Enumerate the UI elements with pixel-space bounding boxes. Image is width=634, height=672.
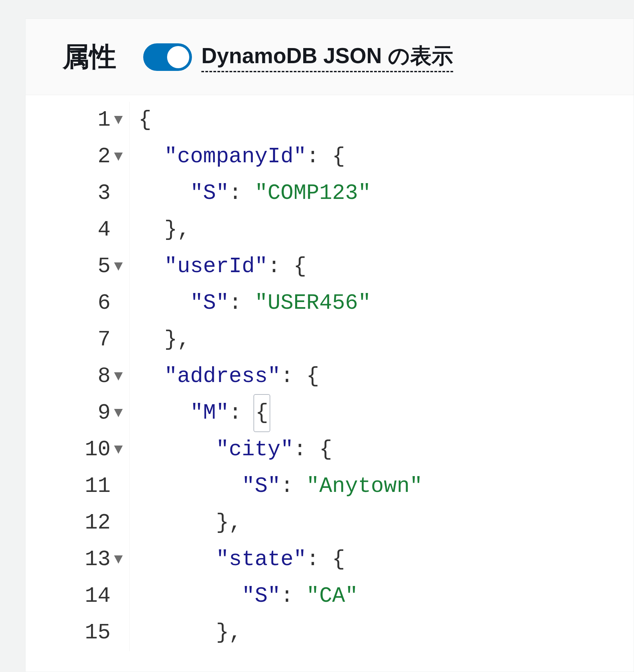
gutter-line: 8▼ — [26, 358, 127, 395]
json-view-toggle-group: DynamoDB JSON の表示 — [143, 42, 453, 72]
code-token: }, — [164, 321, 190, 358]
code-line[interactable]: { — [139, 102, 423, 139]
json-editor[interactable]: 1▼2▼345▼678▼9▼10▼111213▼1415 { "companyI… — [26, 95, 634, 651]
line-number: 6 — [98, 285, 111, 321]
fold-marker-icon[interactable]: ▼ — [114, 364, 123, 389]
code-line[interactable]: "S": "CA" — [139, 578, 423, 615]
code-token: "state" — [216, 541, 306, 578]
code-token: : — [280, 468, 306, 505]
code-token: "Anytown" — [306, 468, 423, 505]
gutter-line: 7 — [26, 321, 127, 358]
gutter-line: 10▼ — [26, 431, 127, 468]
code-line[interactable]: }, — [139, 615, 423, 651]
line-number: 14 — [85, 578, 111, 615]
line-number: 15 — [85, 615, 111, 651]
json-view-toggle-label: DynamoDB JSON の表示 — [202, 42, 453, 72]
code-token: "CA" — [306, 578, 358, 615]
code-token: "COMP123" — [255, 175, 371, 212]
code-token: { — [254, 394, 270, 432]
code-token: "companyId" — [164, 139, 306, 175]
code-token: "userId" — [164, 248, 267, 285]
line-number: 7 — [98, 321, 111, 358]
fold-marker-icon[interactable]: ▼ — [114, 254, 123, 279]
line-number: 2 — [98, 139, 111, 175]
fold-marker-icon[interactable]: ▼ — [114, 107, 123, 133]
gutter-line: 6 — [26, 285, 127, 321]
code-token: : — [229, 285, 255, 321]
json-view-toggle[interactable] — [143, 43, 192, 71]
code-token: : — [229, 395, 255, 431]
code-line[interactable]: }, — [139, 212, 423, 248]
code-token: { — [139, 102, 151, 139]
code-line[interactable]: "companyId": { — [139, 139, 423, 175]
gutter-line: 13▼ — [26, 541, 127, 578]
code-token: : { — [306, 541, 345, 578]
code-token: }, — [216, 615, 242, 651]
code-token: }, — [216, 505, 242, 541]
gutter-line: 11 — [26, 468, 127, 505]
line-number: 5 — [98, 248, 111, 285]
code-line[interactable]: "S": "Anytown" — [139, 468, 423, 505]
gutter-line: 12 — [26, 505, 127, 541]
code-token: : { — [267, 248, 306, 285]
fold-marker-icon[interactable]: ▼ — [114, 547, 123, 572]
code-token: : { — [293, 431, 332, 468]
code-line[interactable]: "M": { — [139, 395, 423, 431]
line-number: 12 — [85, 505, 111, 541]
gutter-line: 1▼ — [26, 102, 127, 139]
code-token: "S" — [190, 285, 229, 321]
gutter-line: 5▼ — [26, 248, 127, 285]
line-number: 3 — [98, 175, 111, 212]
toggle-thumb — [167, 46, 189, 68]
gutter-line: 4 — [26, 212, 127, 248]
editor-code[interactable]: { "companyId": { "S": "COMP123" }, "user… — [130, 102, 423, 651]
code-token: }, — [164, 212, 190, 248]
fold-marker-icon[interactable]: ▼ — [114, 144, 123, 169]
code-line[interactable]: }, — [139, 321, 423, 358]
code-token: : — [280, 578, 306, 615]
attributes-panel: 属性 DynamoDB JSON の表示 1▼2▼345▼678▼9▼10▼11… — [25, 19, 634, 672]
fold-marker-icon[interactable]: ▼ — [114, 401, 123, 426]
code-line[interactable]: "state": { — [139, 541, 423, 578]
code-line[interactable]: "S": "USER456" — [139, 285, 423, 321]
code-token: : { — [280, 358, 319, 395]
code-token: "S" — [190, 175, 229, 212]
line-number: 10 — [85, 431, 111, 468]
gutter-line: 2▼ — [26, 139, 127, 175]
panel-header: 属性 DynamoDB JSON の表示 — [26, 19, 634, 95]
gutter-line: 3 — [26, 175, 127, 212]
code-line[interactable]: "address": { — [139, 358, 423, 395]
line-number: 4 — [98, 212, 111, 248]
panel-title: 属性 — [63, 39, 116, 75]
code-token: "city" — [216, 431, 293, 468]
code-token: "S" — [242, 468, 280, 505]
line-number: 1 — [98, 102, 111, 139]
code-line[interactable]: "city": { — [139, 431, 423, 468]
editor-gutter: 1▼2▼345▼678▼9▼10▼111213▼1415 — [26, 102, 130, 651]
fold-marker-icon[interactable]: ▼ — [114, 437, 123, 462]
code-token: "S" — [242, 578, 280, 615]
code-token: "address" — [164, 358, 281, 395]
line-number: 9 — [98, 395, 111, 431]
code-line[interactable]: }, — [139, 505, 423, 541]
code-token: "M" — [190, 395, 229, 431]
code-line[interactable]: "S": "COMP123" — [139, 175, 423, 212]
gutter-line: 14 — [26, 578, 127, 615]
code-token: "USER456" — [255, 285, 371, 321]
line-number: 11 — [85, 468, 111, 505]
gutter-line: 15 — [26, 615, 127, 651]
code-line[interactable]: "userId": { — [139, 248, 423, 285]
line-number: 8 — [98, 358, 111, 395]
code-token: : { — [306, 139, 345, 175]
gutter-line: 9▼ — [26, 395, 127, 431]
line-number: 13 — [85, 541, 111, 578]
code-token: : — [229, 175, 255, 212]
